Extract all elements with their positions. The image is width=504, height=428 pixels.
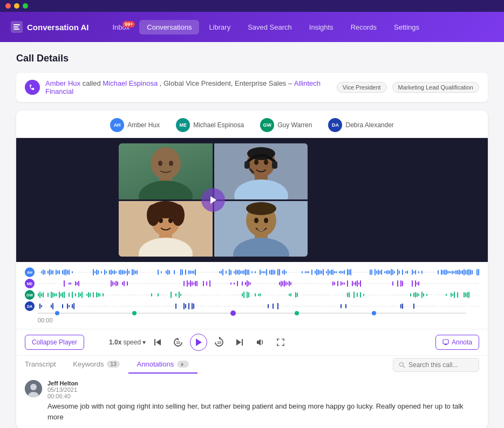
- skip-to-start-button[interactable]: [149, 334, 166, 351]
- progress-dot-2: [132, 311, 137, 315]
- nav-links: Inbox 99+ Conversations Library Saved Se…: [105, 20, 493, 34]
- phone-icon: [25, 80, 40, 95]
- participant-me: ME Michael Espinosa: [176, 118, 244, 132]
- player-card: AH Amber Hux ME Michael Espinosa GW Guy …: [16, 111, 488, 428]
- window-chrome: [0, 0, 504, 12]
- speed-control[interactable]: 1.0x speed ▾: [109, 339, 146, 346]
- track-ah-bars[interactable]: [38, 268, 479, 276]
- participant-name-ah: Amber Hux: [127, 121, 160, 129]
- close-dot[interactable]: [5, 3, 11, 9]
- timeline-progress[interactable]: [38, 313, 466, 316]
- collapse-player-button[interactable]: Collapse Player: [25, 335, 84, 350]
- nav-records[interactable]: Records: [343, 20, 384, 34]
- minimize-dot[interactable]: [14, 3, 19, 9]
- search-icon: [399, 362, 405, 368]
- participant-gw: GW Guy Warren: [260, 118, 312, 132]
- forward-10-button[interactable]: 10: [210, 334, 228, 351]
- svg-point-7: [169, 161, 173, 166]
- tabs-container: Transcript Keywords 13 Annotations ⏵: [16, 355, 488, 374]
- svg-rect-36: [242, 339, 243, 346]
- tab-search-box[interactable]: [393, 358, 479, 372]
- search-input[interactable]: [408, 361, 473, 369]
- nav-library[interactable]: Library: [201, 20, 238, 34]
- caller-name: Amber Hux: [45, 79, 80, 87]
- svg-rect-12: [272, 161, 277, 169]
- rewind-10-button[interactable]: 10: [169, 334, 187, 351]
- participant-name-da: Debra Alexander: [345, 121, 393, 129]
- progress-dot-4: [372, 311, 376, 315]
- transcript-area: Jeff Helton 05/13/2021 00:06:40 Awesome …: [16, 374, 488, 428]
- entry-author: Jeff Helton: [47, 380, 78, 386]
- video-left-space: [32, 143, 119, 257]
- svg-rect-0: [13, 24, 20, 25]
- brand-title: Conversation AI: [27, 23, 88, 32]
- nav-conversations[interactable]: Conversations: [139, 20, 199, 34]
- nav-insights[interactable]: Insights: [302, 20, 341, 34]
- video-cell-1: [119, 143, 213, 199]
- track-me: ME: [25, 279, 479, 288]
- track-da-bars[interactable]: [38, 302, 479, 310]
- video-cell-4: [214, 201, 308, 257]
- track-gw-bars[interactable]: [38, 291, 479, 299]
- nav-saved-search[interactable]: Saved Search: [240, 20, 299, 34]
- svg-rect-35: [154, 339, 155, 346]
- annotations-toggle[interactable]: ⏵: [177, 361, 189, 368]
- avatar-ah: AH: [110, 118, 124, 132]
- track-avatar-gw: GW: [25, 290, 35, 300]
- tab-keywords[interactable]: Keywords 13: [64, 356, 128, 374]
- svg-point-38: [400, 362, 404, 366]
- svg-rect-2: [13, 29, 19, 30]
- avatar-me: ME: [176, 118, 190, 132]
- participant-name-gw: Guy Warren: [277, 121, 312, 129]
- progress-dot-current: [230, 310, 236, 316]
- tag-vice-president[interactable]: Vice President: [337, 82, 387, 93]
- svg-point-16: [254, 160, 258, 165]
- svg-point-23: [152, 202, 180, 213]
- svg-point-41: [30, 384, 37, 390]
- svg-point-33: [254, 218, 258, 223]
- entry-avatar: [25, 380, 42, 397]
- track-avatar-da: DA: [25, 301, 35, 311]
- nav-brand[interactable]: Conversation AI: [11, 21, 88, 33]
- play-overlay-button[interactable]: [201, 188, 225, 212]
- svg-point-3: [151, 147, 181, 180]
- callee-name: Michael Espinosa: [103, 79, 158, 87]
- track-me-bars[interactable]: [38, 280, 479, 287]
- nav-settings[interactable]: Settings: [386, 20, 427, 34]
- participant-name-me: Michael Espinosa: [193, 121, 244, 129]
- speed-label: speed: [123, 339, 141, 346]
- svg-rect-11: [244, 161, 250, 169]
- tab-transcript[interactable]: Transcript: [16, 356, 64, 374]
- play-button[interactable]: [190, 334, 207, 351]
- progress-dot-1: [55, 311, 59, 315]
- participants-row: AH Amber Hux ME Michael Espinosa GW Guy …: [16, 111, 488, 138]
- tag-marketing[interactable]: Marketing Lead Qualification: [392, 82, 479, 93]
- time-label: 00:00: [25, 317, 479, 327]
- maximize-dot[interactable]: [23, 3, 28, 9]
- skip-to-end-button[interactable]: [231, 334, 248, 351]
- svg-rect-37: [443, 340, 448, 344]
- participant-da: DA Debra Alexander: [328, 118, 393, 132]
- speed-value: 1.0x: [109, 339, 121, 346]
- track-avatar-me: ME: [25, 279, 35, 288]
- track-ah: AH: [25, 267, 479, 277]
- fullscreen-button[interactable]: [272, 334, 289, 351]
- progress-line: [38, 313, 466, 314]
- nav-inbox[interactable]: Inbox 99+: [105, 20, 137, 34]
- annotate-button[interactable]: Annota: [435, 335, 479, 350]
- svg-rect-1: [13, 26, 18, 27]
- video-right-space: [308, 143, 472, 257]
- avatar-gw: GW: [260, 118, 274, 132]
- svg-point-30: [246, 202, 276, 215]
- svg-point-34: [264, 218, 268, 223]
- entry-content: Jeff Helton 05/13/2021 00:06:40 Awesome …: [47, 380, 479, 422]
- track-gw: GW: [25, 290, 479, 300]
- volume-button[interactable]: [251, 334, 269, 351]
- main-content: Call Details Amber Hux called Michael Es…: [0, 42, 504, 428]
- entry-meta: Jeff Helton 05/13/2021 00:06:40: [47, 380, 479, 399]
- entry-date: 05/13/2021: [47, 386, 77, 393]
- keywords-badge: 13: [107, 361, 119, 368]
- tab-annotations[interactable]: Annotations ⏵: [128, 356, 198, 374]
- callee-role: Global Vice President, Enterprise Sales: [164, 79, 286, 87]
- video-grid: [119, 143, 308, 257]
